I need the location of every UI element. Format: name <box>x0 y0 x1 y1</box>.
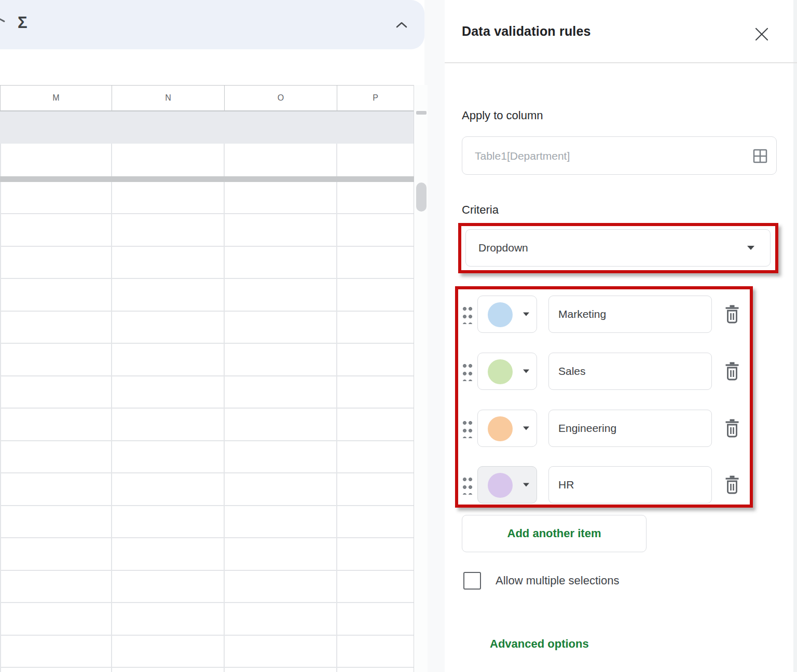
spreadsheet-grid[interactable]: M N O P <box>0 85 414 672</box>
panel-scrollbar-track[interactable] <box>793 0 797 672</box>
dropdown-arrow-icon <box>747 246 754 250</box>
item-color-picker[interactable] <box>477 353 537 390</box>
color-swatch-circle <box>488 473 513 498</box>
drag-handle-icon[interactable] <box>462 418 472 438</box>
annotation-box-items <box>455 286 753 508</box>
vertical-scrollbar[interactable] <box>414 85 428 672</box>
item-color-picker[interactable] <box>477 296 537 333</box>
column-header-p[interactable]: P <box>337 85 414 111</box>
color-swatch-circle <box>488 302 513 327</box>
item-text-input[interactable] <box>548 296 712 333</box>
delete-item-button[interactable] <box>724 304 740 324</box>
apply-to-column-label: Apply to column <box>462 109 543 122</box>
criteria-dropdown-select[interactable]: Dropdown <box>465 229 771 267</box>
data-validation-panel: Data validation rules Apply to column <box>445 0 797 672</box>
apply-to-column-input[interactable] <box>474 137 735 175</box>
chevron-up-icon <box>397 23 406 27</box>
column-header-n[interactable]: N <box>112 85 225 111</box>
screenshot-root: Σ M N O P Data validation rules <box>0 0 797 672</box>
functions-sigma-button[interactable]: Σ <box>18 13 28 32</box>
annotation-box-criteria: Dropdown <box>458 223 778 273</box>
cropped-toolbar-glyph <box>0 18 5 22</box>
dropdown-item-row-hr <box>462 466 740 503</box>
trash-icon <box>726 305 739 323</box>
column-header-o[interactable]: O <box>224 85 337 111</box>
dropdown-arrow-icon <box>523 313 529 316</box>
advanced-options-link[interactable]: Advanced options <box>490 637 589 651</box>
allow-multiple-selections-row: Allow multiple selections <box>463 572 619 590</box>
item-color-picker[interactable] <box>477 466 537 503</box>
close-panel-button[interactable] <box>754 26 769 42</box>
trash-icon <box>726 362 739 380</box>
grid-vline <box>0 144 1 672</box>
dropdown-arrow-icon <box>523 370 529 373</box>
color-swatch-circle <box>488 359 513 384</box>
scrollbar-notch <box>416 111 427 115</box>
dropdown-arrow-icon <box>523 427 529 430</box>
add-another-item-button[interactable]: Add another item <box>462 515 647 552</box>
color-swatch-circle <box>488 416 513 441</box>
dropdown-item-row-engineering <box>462 410 740 447</box>
panel-divider <box>445 62 797 63</box>
scrollbar-thumb[interactable] <box>416 183 427 212</box>
dropdown-arrow-icon <box>523 483 529 487</box>
drag-handle-icon[interactable] <box>462 475 472 495</box>
hide-menus-chevron-button[interactable] <box>395 21 408 29</box>
dropdown-item-row-sales <box>462 353 740 390</box>
trash-icon <box>726 476 739 494</box>
delete-item-button[interactable] <box>724 418 740 438</box>
grid-body-rows[interactable] <box>0 182 414 672</box>
panel-title: Data validation rules <box>462 24 591 39</box>
item-text-input[interactable] <box>548 466 712 503</box>
grid-vline <box>224 144 225 672</box>
delete-item-button[interactable] <box>724 361 740 381</box>
grid-vline <box>111 144 112 672</box>
item-color-picker[interactable] <box>477 410 537 447</box>
sheets-toolbar: Σ <box>0 0 424 49</box>
drag-handle-icon[interactable] <box>462 361 472 381</box>
select-range-grid-icon[interactable] <box>752 148 768 164</box>
close-icon <box>756 29 767 40</box>
frozen-header-row[interactable] <box>0 111 414 144</box>
allow-multiple-selections-label: Allow multiple selections <box>496 574 619 587</box>
grid-vline <box>336 144 337 672</box>
criteria-selected-value: Dropdown <box>478 242 528 254</box>
apply-to-column-field[interactable] <box>462 136 777 175</box>
drag-handle-icon[interactable] <box>462 304 472 324</box>
allow-multiple-selections-checkbox[interactable] <box>463 572 481 590</box>
trash-icon <box>726 419 739 437</box>
item-text-input[interactable] <box>548 410 712 447</box>
frozen-row-divider[interactable] <box>0 176 414 182</box>
criteria-label: Criteria <box>462 203 499 217</box>
column-header-m[interactable]: M <box>0 85 112 111</box>
item-text-input[interactable] <box>548 353 712 390</box>
grid-row[interactable] <box>0 144 414 176</box>
delete-item-button[interactable] <box>724 475 740 495</box>
dropdown-item-row-marketing <box>462 296 740 333</box>
table-grid-icon <box>754 150 766 162</box>
